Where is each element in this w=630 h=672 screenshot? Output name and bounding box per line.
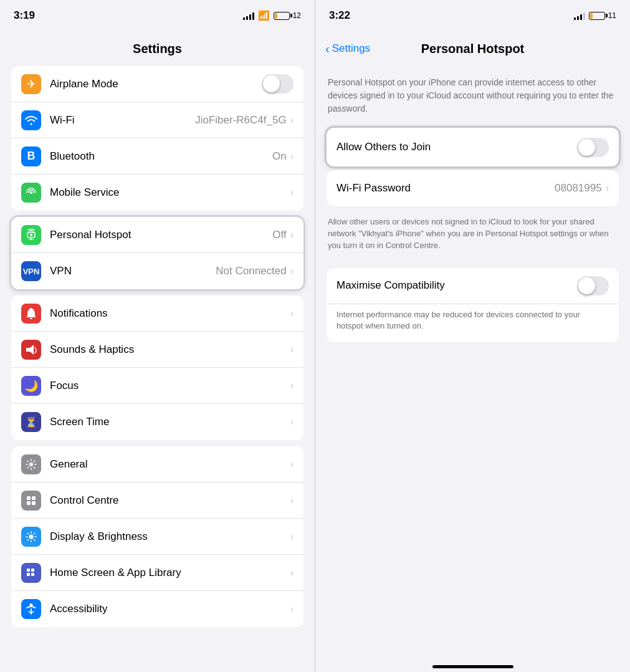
right-status-icons: 11 xyxy=(574,11,616,20)
right-battery-text: 11 xyxy=(608,11,616,20)
notifications-icon xyxy=(21,304,41,324)
airplane-toggle[interactable] xyxy=(262,74,294,94)
screen-time-label: Screen Time xyxy=(50,416,290,428)
wifi-row[interactable]: Wi-Fi JioFiber-R6C4f_5G › xyxy=(11,102,303,138)
svg-point-0 xyxy=(30,191,32,194)
focus-row[interactable]: 🌙 Focus › xyxy=(11,368,303,404)
right-content[interactable]: Personal Hotspot on your iPhone can prov… xyxy=(315,66,630,653)
icloud-description: Allow other users or devices not signed … xyxy=(315,210,630,262)
vpn-icon: VPN xyxy=(21,261,41,281)
airplane-mode-row[interactable]: ✈ Airplane Mode xyxy=(11,66,303,102)
compat-description-box: Internet performance may be reduced for … xyxy=(327,304,619,343)
svg-rect-5 xyxy=(27,496,31,500)
display-icon xyxy=(21,527,41,547)
back-button[interactable]: ‹ Settings xyxy=(325,42,370,55)
left-time: 3:19 xyxy=(14,9,35,22)
vpn-value: Not Connected xyxy=(216,265,286,277)
left-title: Settings xyxy=(133,42,182,56)
right-status-bar: 3:22 11 xyxy=(315,0,630,31)
home-indicator xyxy=(315,653,630,672)
right-nav-header: ‹ Settings Personal Hotspot xyxy=(315,31,630,66)
wifi-value: JioFiber-R6C4f_5G xyxy=(195,114,286,127)
svg-point-4 xyxy=(29,463,33,466)
notifications-row[interactable]: Notifications › xyxy=(11,295,303,332)
vpn-row[interactable]: VPN VPN Not Connected › xyxy=(11,253,303,289)
allow-join-row[interactable]: Allow Others to Join xyxy=(327,128,619,166)
connectivity-group: ✈ Airplane Mode Wi-Fi JioFiber-R6C4f_5 xyxy=(11,66,303,211)
back-label: Settings xyxy=(332,42,370,55)
general-row[interactable]: General › xyxy=(11,446,303,482)
right-title: Personal Hotspot xyxy=(421,42,525,56)
display-brightness-chevron: › xyxy=(290,531,294,542)
screen-time-row[interactable]: ⏳ Screen Time › xyxy=(11,404,303,440)
mobile-service-label: Mobile Service xyxy=(50,186,290,199)
focus-label: Focus xyxy=(50,380,290,392)
accessibility-label: Accessibility xyxy=(50,603,290,615)
svg-rect-12 xyxy=(27,573,30,576)
svg-point-2 xyxy=(30,234,32,236)
focus-chevron: › xyxy=(290,380,294,391)
svg-rect-13 xyxy=(31,573,34,576)
personal-hotspot-label: Personal Hotspot xyxy=(50,229,272,241)
home-bar xyxy=(432,665,513,668)
vpn-label: VPN xyxy=(50,265,216,277)
svg-rect-8 xyxy=(32,501,36,505)
home-screen-icon xyxy=(21,563,41,583)
right-panel: 3:22 11 ‹ Settings Personal Hotspot P xyxy=(315,0,630,672)
sounds-label: Sounds & Haptics xyxy=(50,343,290,356)
sounds-row[interactable]: Sounds & Haptics › xyxy=(11,332,303,368)
svg-rect-11 xyxy=(31,569,34,572)
wifi-label: Wi-Fi xyxy=(50,114,195,127)
control-centre-icon xyxy=(21,491,41,511)
wifi-password-row[interactable]: Wi-Fi Password 08081995 › xyxy=(327,170,619,206)
max-compat-toggle[interactable] xyxy=(577,276,609,295)
left-nav-header: Settings xyxy=(0,31,315,66)
right-battery-icon: 11 xyxy=(589,11,616,20)
compat-description: Internet performance may be reduced for … xyxy=(336,309,609,333)
wifi-password-label: Wi-Fi Password xyxy=(336,182,555,194)
home-screen-chevron: › xyxy=(290,567,294,578)
max-compat-row[interactable]: Maximise Compatibility xyxy=(327,268,619,304)
svg-rect-10 xyxy=(27,569,30,572)
bluetooth-label: Bluetooth xyxy=(50,150,272,163)
airplane-mode-label: Airplane Mode xyxy=(50,78,262,90)
wifi-chevron: › xyxy=(290,115,294,126)
wifi-password-value: 08081995 xyxy=(555,182,602,194)
personal-hotspot-row[interactable]: Personal Hotspot Off › xyxy=(11,217,303,253)
screen-time-icon: ⏳ xyxy=(21,412,41,432)
back-chevron-icon: ‹ xyxy=(325,42,330,55)
home-screen-row[interactable]: Home Screen & App Library › xyxy=(11,555,303,591)
general-icon xyxy=(21,454,41,474)
left-status-bar: 3:19 📶 12 xyxy=(0,0,315,31)
personal-hotspot-chevron: › xyxy=(290,229,294,241)
wifi-status-icon: 📶 xyxy=(258,10,270,21)
left-battery-text: 12 xyxy=(293,11,301,20)
control-centre-row[interactable]: Control Centre › xyxy=(11,482,303,519)
sounds-icon xyxy=(21,340,41,360)
system-group: Notifications › Sounds & Haptics › 🌙 Foc… xyxy=(11,295,303,440)
screen-time-chevron: › xyxy=(290,416,294,428)
display-brightness-row[interactable]: Display & Brightness › xyxy=(11,519,303,555)
right-time: 3:22 xyxy=(329,9,350,22)
hotspot-description: Personal Hotspot on your iPhone can prov… xyxy=(315,66,630,128)
bluetooth-chevron: › xyxy=(290,151,294,162)
mobile-service-row[interactable]: Mobile Service › xyxy=(11,175,303,211)
accessibility-icon xyxy=(21,599,41,619)
control-centre-chevron: › xyxy=(290,495,294,506)
left-settings-list[interactable]: ✈ Airplane Mode Wi-Fi JioFiber-R6C4f_5 xyxy=(0,66,315,672)
bluetooth-value: On xyxy=(272,150,287,163)
signal-icon xyxy=(243,11,254,20)
accessibility-row[interactable]: Accessibility › xyxy=(11,591,303,627)
right-signal-icon xyxy=(574,11,585,20)
allow-join-toggle[interactable] xyxy=(577,138,609,157)
max-compat-label: Maximise Compatibility xyxy=(336,279,577,292)
mobile-icon xyxy=(21,183,41,203)
home-screen-label: Home Screen & App Library xyxy=(50,567,290,579)
bluetooth-row[interactable]: B Bluetooth On › xyxy=(11,138,303,175)
left-status-icons: 📶 12 xyxy=(243,10,301,21)
battery-icon: 12 xyxy=(274,11,301,20)
vpn-chevron: › xyxy=(290,266,294,277)
bluetooth-icon: B xyxy=(21,146,41,166)
mobile-service-chevron: › xyxy=(290,187,294,198)
left-panel: 3:19 📶 12 Settings xyxy=(0,0,315,672)
